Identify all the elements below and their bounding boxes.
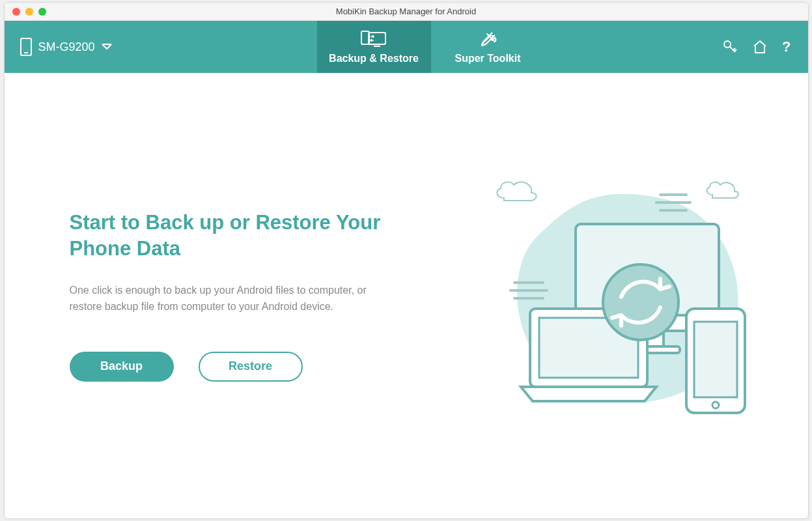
- device-name: SM-G9200: [38, 40, 95, 54]
- page-headline: Start to Back up or Restore Your Phone D…: [70, 210, 421, 262]
- svg-rect-1: [374, 46, 380, 47]
- svg-point-19: [603, 264, 679, 340]
- tab-label: Backup & Restore: [329, 53, 419, 64]
- nav-tabs: Backup & Restore Super Toolkit: [317, 21, 545, 73]
- illustration-pane: [421, 159, 808, 432]
- chevron-down-icon: [102, 44, 112, 50]
- help-button[interactable]: ?: [782, 38, 791, 55]
- tab-super-toolkit[interactable]: Super Toolkit: [431, 21, 545, 73]
- svg-point-3: [724, 41, 731, 48]
- backup-restore-icon: [359, 29, 388, 49]
- window-title: MobiKin Backup Manager for Android: [5, 7, 808, 16]
- toolkit-icon: [478, 29, 497, 49]
- home-button[interactable]: [752, 39, 768, 55]
- devices-illustration: [465, 159, 764, 432]
- home-icon: [752, 39, 768, 55]
- main-toolbar: SM-G9200 Backup & Restore: [5, 21, 808, 73]
- svg-rect-17: [694, 322, 737, 397]
- app-window: MobiKin Backup Manager for Android SM-G9…: [4, 2, 809, 519]
- tab-label: Super Toolkit: [455, 53, 520, 64]
- action-buttons: Backup Restore: [70, 352, 421, 382]
- tab-backup-restore[interactable]: Backup & Restore: [317, 21, 431, 73]
- intro-pane: Start to Back up or Restore Your Phone D…: [70, 210, 421, 382]
- device-selector[interactable]: SM-G9200: [5, 21, 112, 73]
- titlebar: MobiKin Backup Manager for Android: [5, 3, 808, 21]
- restore-button[interactable]: Restore: [199, 352, 303, 382]
- main-content: Start to Back up or Restore Your Phone D…: [5, 73, 808, 518]
- backup-button[interactable]: Backup: [70, 352, 174, 382]
- phone-icon: [20, 38, 32, 56]
- page-description: One click is enough to back up your Andr…: [70, 282, 402, 315]
- svg-rect-0: [369, 33, 385, 44]
- key-icon: [722, 39, 738, 55]
- register-button[interactable]: [722, 39, 738, 55]
- toolbar-right: ?: [722, 21, 807, 73]
